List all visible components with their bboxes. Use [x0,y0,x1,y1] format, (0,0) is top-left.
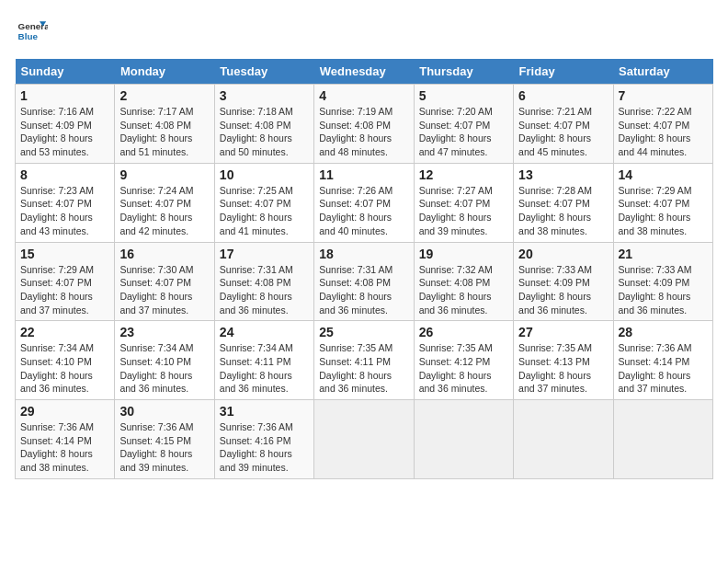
day-info: Sunrise: 7:36 AM Sunset: 4:14 PM Dayligh… [619,341,708,396]
day-number: 30 [119,404,209,419]
day-number: 5 [419,88,508,103]
day-number: 27 [518,325,608,339]
calendar-cell: 22Sunrise: 7:34 AM Sunset: 4:10 PM Dayli… [16,321,115,400]
calendar-cell: 9Sunrise: 7:24 AM Sunset: 4:07 PM Daylig… [115,163,214,242]
calendar-cell: 19Sunrise: 7:32 AM Sunset: 4:08 PM Dayli… [414,242,513,321]
calendar-cell: 20Sunrise: 7:33 AM Sunset: 4:09 PM Dayli… [514,242,613,321]
day-info: Sunrise: 7:19 AM Sunset: 4:08 PM Dayligh… [319,105,408,159]
day-info: Sunrise: 7:23 AM Sunset: 4:07 PM Dayligh… [20,184,109,238]
dow-cell: Saturday [613,59,712,85]
day-info: Sunrise: 7:29 AM Sunset: 4:07 PM Dayligh… [619,184,708,238]
calendar-week: 15Sunrise: 7:29 AM Sunset: 4:07 PM Dayli… [16,242,713,321]
day-info: Sunrise: 7:33 AM Sunset: 4:09 PM Dayligh… [619,263,708,317]
day-number: 1 [20,88,109,103]
calendar-cell [314,400,414,479]
calendar-cell: 15Sunrise: 7:29 AM Sunset: 4:07 PM Dayli… [16,242,115,321]
calendar-cell: 13Sunrise: 7:28 AM Sunset: 4:07 PM Dayli… [514,163,613,242]
day-number: 14 [619,167,708,182]
svg-text:Blue: Blue [18,31,39,41]
day-info: Sunrise: 7:32 AM Sunset: 4:08 PM Dayligh… [419,263,508,317]
day-info: Sunrise: 7:24 AM Sunset: 4:07 PM Dayligh… [119,184,209,238]
day-number: 25 [319,325,408,339]
calendar-cell: 1Sunrise: 7:16 AM Sunset: 4:09 PM Daylig… [16,85,115,164]
day-info: Sunrise: 7:35 AM Sunset: 4:11 PM Dayligh… [319,341,408,396]
day-info: Sunrise: 7:34 AM Sunset: 4:10 PM Dayligh… [20,341,109,396]
day-number: 11 [319,167,408,182]
calendar-cell: 28Sunrise: 7:36 AM Sunset: 4:14 PM Dayli… [613,321,712,400]
calendar-week: 1Sunrise: 7:16 AM Sunset: 4:09 PM Daylig… [16,85,713,164]
calendar-week: 22Sunrise: 7:34 AM Sunset: 4:10 PM Dayli… [16,321,713,400]
day-number: 22 [20,325,109,339]
calendar-cell [613,400,712,479]
calendar-cell: 23Sunrise: 7:34 AM Sunset: 4:10 PM Dayli… [115,321,214,400]
dow-cell: Friday [514,59,613,85]
calendar-cell: 18Sunrise: 7:31 AM Sunset: 4:08 PM Dayli… [314,242,414,321]
day-number: 12 [419,167,508,182]
dow-cell: Tuesday [214,59,313,85]
calendar-cell: 4Sunrise: 7:19 AM Sunset: 4:08 PM Daylig… [314,85,414,164]
day-info: Sunrise: 7:35 AM Sunset: 4:12 PM Dayligh… [419,341,508,396]
day-info: Sunrise: 7:33 AM Sunset: 4:09 PM Dayligh… [518,263,608,317]
day-number: 17 [220,247,309,261]
page-header: General Blue [15,15,713,48]
calendar-cell: 31Sunrise: 7:36 AM Sunset: 4:16 PM Dayli… [214,400,313,479]
day-number: 15 [20,247,109,261]
calendar-table: SundayMondayTuesdayWednesdayThursdayFrid… [15,59,713,479]
calendar-cell: 11Sunrise: 7:26 AM Sunset: 4:07 PM Dayli… [314,163,414,242]
day-info: Sunrise: 7:31 AM Sunset: 4:08 PM Dayligh… [220,263,309,317]
day-info: Sunrise: 7:28 AM Sunset: 4:07 PM Dayligh… [518,184,608,238]
calendar-body: 1Sunrise: 7:16 AM Sunset: 4:09 PM Daylig… [16,85,713,479]
dow-cell: Sunday [16,59,115,85]
day-info: Sunrise: 7:34 AM Sunset: 4:10 PM Dayligh… [119,341,209,396]
day-number: 8 [20,167,109,182]
calendar-cell: 17Sunrise: 7:31 AM Sunset: 4:08 PM Dayli… [214,242,313,321]
day-info: Sunrise: 7:22 AM Sunset: 4:07 PM Dayligh… [619,105,708,159]
day-info: Sunrise: 7:31 AM Sunset: 4:08 PM Dayligh… [319,263,408,317]
day-number: 28 [619,325,708,339]
day-info: Sunrise: 7:25 AM Sunset: 4:07 PM Dayligh… [220,184,309,238]
calendar-cell: 24Sunrise: 7:34 AM Sunset: 4:11 PM Dayli… [214,321,313,400]
calendar-cell [514,400,613,479]
calendar-cell: 2Sunrise: 7:17 AM Sunset: 4:08 PM Daylig… [115,85,214,164]
day-number: 6 [518,88,608,103]
day-info: Sunrise: 7:29 AM Sunset: 4:07 PM Dayligh… [20,263,109,317]
logo: General Blue [15,15,48,48]
day-number: 13 [518,167,608,182]
day-number: 18 [319,247,408,261]
day-number: 20 [518,247,608,261]
day-number: 10 [220,167,309,182]
day-info: Sunrise: 7:18 AM Sunset: 4:08 PM Dayligh… [220,105,309,159]
calendar-cell: 25Sunrise: 7:35 AM Sunset: 4:11 PM Dayli… [314,321,414,400]
day-info: Sunrise: 7:21 AM Sunset: 4:07 PM Dayligh… [518,105,608,159]
day-of-week-header: SundayMondayTuesdayWednesdayThursdayFrid… [16,59,713,85]
calendar-cell: 5Sunrise: 7:20 AM Sunset: 4:07 PM Daylig… [414,85,513,164]
logo-icon: General Blue [15,15,48,48]
calendar-week: 29Sunrise: 7:36 AM Sunset: 4:14 PM Dayli… [16,400,713,479]
day-info: Sunrise: 7:17 AM Sunset: 4:08 PM Dayligh… [119,105,209,159]
day-number: 9 [119,167,209,182]
day-number: 2 [119,88,209,103]
day-info: Sunrise: 7:36 AM Sunset: 4:15 PM Dayligh… [119,420,209,475]
calendar-cell: 8Sunrise: 7:23 AM Sunset: 4:07 PM Daylig… [16,163,115,242]
dow-cell: Thursday [414,59,513,85]
day-number: 19 [419,247,508,261]
day-info: Sunrise: 7:16 AM Sunset: 4:09 PM Dayligh… [20,105,109,159]
day-number: 24 [220,325,309,339]
day-info: Sunrise: 7:26 AM Sunset: 4:07 PM Dayligh… [319,184,408,238]
day-number: 31 [220,404,309,419]
calendar-cell: 10Sunrise: 7:25 AM Sunset: 4:07 PM Dayli… [214,163,313,242]
day-number: 29 [20,404,109,419]
day-number: 26 [419,325,508,339]
dow-cell: Monday [115,59,214,85]
day-info: Sunrise: 7:36 AM Sunset: 4:16 PM Dayligh… [220,420,309,475]
dow-cell: Wednesday [314,59,414,85]
calendar-week: 8Sunrise: 7:23 AM Sunset: 4:07 PM Daylig… [16,163,713,242]
calendar-cell: 26Sunrise: 7:35 AM Sunset: 4:12 PM Dayli… [414,321,513,400]
day-number: 3 [220,88,309,103]
calendar-cell [414,400,513,479]
day-number: 23 [119,325,209,339]
calendar-cell: 3Sunrise: 7:18 AM Sunset: 4:08 PM Daylig… [214,85,313,164]
calendar-cell: 7Sunrise: 7:22 AM Sunset: 4:07 PM Daylig… [613,85,712,164]
day-info: Sunrise: 7:36 AM Sunset: 4:14 PM Dayligh… [20,420,109,475]
day-info: Sunrise: 7:30 AM Sunset: 4:07 PM Dayligh… [119,263,209,317]
